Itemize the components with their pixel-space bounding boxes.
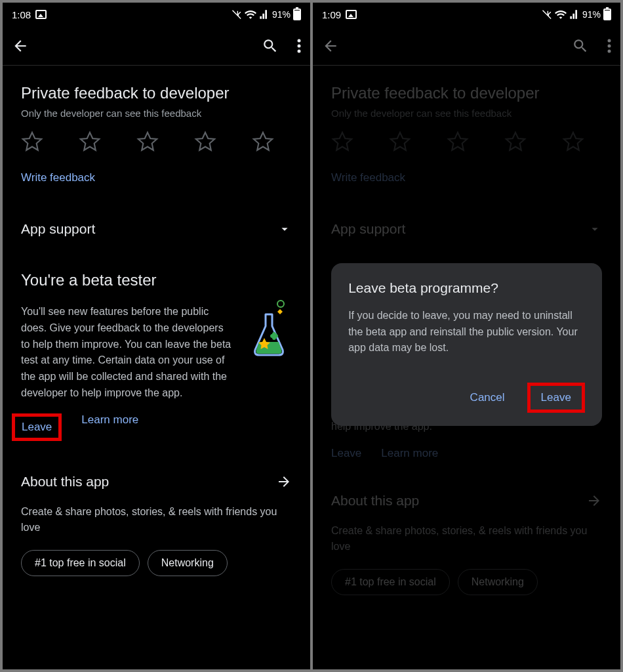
search-icon[interactable] bbox=[262, 37, 279, 54]
svg-point-2 bbox=[298, 49, 301, 52]
beta-learn-more-link[interactable]: Learn more bbox=[81, 413, 138, 441]
svg-point-3 bbox=[277, 301, 284, 307]
more-icon[interactable] bbox=[297, 38, 301, 54]
chip-top-free[interactable]: #1 top free in social bbox=[21, 550, 140, 576]
leave-beta-dialog: Leave beta programme? If you decide to l… bbox=[331, 263, 602, 426]
svg-point-6 bbox=[608, 49, 611, 52]
svg-point-5 bbox=[608, 44, 611, 47]
status-time: 1:09 bbox=[322, 9, 341, 20]
back-icon[interactable] bbox=[12, 37, 29, 54]
signal-icon bbox=[259, 9, 270, 20]
screen-left: 1:08 91% Private feedback to developer O… bbox=[3, 3, 310, 669]
about-row[interactable]: About this app bbox=[21, 459, 292, 504]
leave-button[interactable]: Leave bbox=[527, 383, 585, 413]
about-title: About this app bbox=[21, 474, 109, 490]
back-icon[interactable] bbox=[322, 37, 339, 54]
status-bar: 1:09 91% bbox=[313, 3, 620, 26]
content: Private feedback to developer Only the d… bbox=[3, 66, 310, 669]
wifi-icon bbox=[245, 9, 256, 20]
screen-right: 1:09 91% Private feedback to developer O… bbox=[313, 3, 620, 669]
flask-icon bbox=[245, 299, 292, 346]
battery-pct: 91% bbox=[272, 9, 291, 20]
dialog-title: Leave beta programme? bbox=[348, 280, 585, 296]
app-support-row[interactable]: App support bbox=[21, 207, 292, 251]
battery-icon bbox=[603, 9, 611, 20]
battery-pct: 91% bbox=[582, 9, 601, 20]
mute-icon bbox=[231, 9, 242, 20]
signal-icon bbox=[569, 9, 580, 20]
star-icon[interactable] bbox=[21, 131, 43, 153]
chip-networking[interactable]: Networking bbox=[148, 550, 228, 576]
beta-title: You're a beta tester bbox=[21, 271, 292, 289]
wifi-icon bbox=[555, 9, 567, 20]
modal-scrim[interactable]: Leave beta programme? If you decide to l… bbox=[313, 66, 620, 669]
chevron-down-icon bbox=[277, 222, 292, 236]
beta-body: You'll see new features before the publi… bbox=[21, 304, 231, 402]
screenshot-icon bbox=[35, 10, 47, 19]
feedback-subtitle: Only the developer can see this feedback bbox=[21, 108, 292, 119]
more-icon[interactable] bbox=[607, 38, 611, 54]
battery-icon bbox=[293, 9, 301, 20]
screenshot-icon bbox=[346, 10, 357, 19]
arrow-right-icon bbox=[276, 474, 292, 490]
cancel-button[interactable]: Cancel bbox=[460, 386, 515, 410]
app-support-label: App support bbox=[21, 221, 95, 237]
star-icon[interactable] bbox=[194, 131, 216, 153]
feedback-title: Private feedback to developer bbox=[21, 84, 292, 102]
star-icon[interactable] bbox=[136, 131, 159, 153]
svg-point-1 bbox=[298, 44, 301, 47]
svg-point-0 bbox=[298, 39, 301, 42]
search-icon[interactable] bbox=[572, 37, 589, 54]
dialog-body: If you decide to leave, you may need to … bbox=[348, 308, 585, 356]
beta-leave-button[interactable]: Leave bbox=[12, 413, 62, 441]
svg-point-4 bbox=[608, 39, 611, 42]
write-feedback-link[interactable]: Write feedback bbox=[21, 171, 292, 184]
app-bar bbox=[3, 26, 310, 66]
status-time: 1:08 bbox=[12, 9, 31, 20]
star-icon[interactable] bbox=[252, 131, 274, 153]
rating-stars[interactable] bbox=[21, 131, 292, 153]
status-bar: 1:08 91% bbox=[3, 3, 310, 26]
mute-icon bbox=[542, 9, 552, 20]
about-desc: Create & share photos, stories, & reels … bbox=[21, 504, 292, 536]
star-icon[interactable] bbox=[79, 131, 101, 153]
app-bar bbox=[313, 26, 620, 66]
